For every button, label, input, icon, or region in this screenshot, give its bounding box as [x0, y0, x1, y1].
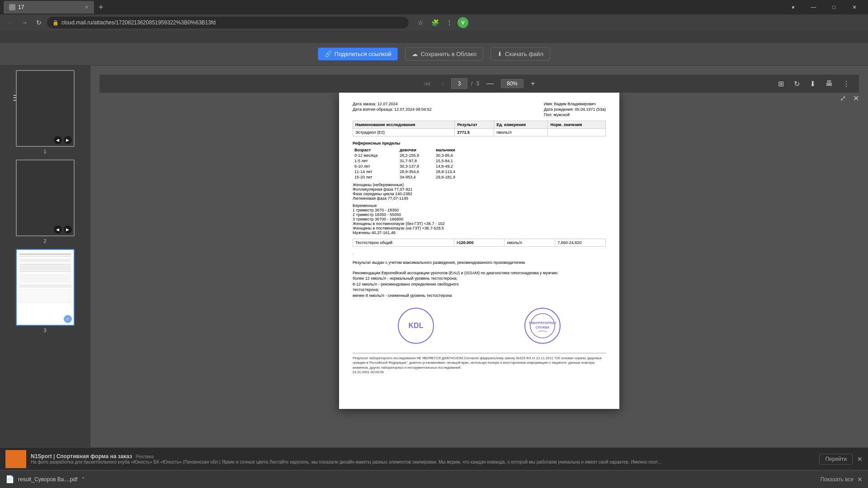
download-bar-close-btn[interactable]: ✕ [857, 476, 863, 483]
first-page-btn[interactable]: ⏮ [420, 78, 434, 89]
ref-row-15-20: 15-20 лет 34-953,4 29,6-181,9 [353, 174, 470, 180]
reference-section: Референсные пределы Возраст девочки маль… [353, 141, 606, 235]
rotate-btn[interactable]: ↻ [790, 78, 803, 90]
thumbnail-box-2: ◀ ▶ [16, 160, 75, 236]
results-table: Наименование исследования Результат Ед. … [353, 121, 606, 136]
thumb-next-2[interactable]: ▶ [64, 225, 72, 234]
testosterone-row: Тестостерон общий >120.000 нмоль/л 7,660… [353, 239, 606, 247]
follicular-phase: Фолликулярная фаза 77,07-921 [353, 187, 606, 192]
pdf-file-icon: 📄 [5, 475, 14, 483]
col-norm-header: Норм. значения [548, 121, 606, 129]
trimester2: 2 триместр 18350 - 55050 [353, 212, 606, 217]
page-ctrl-right: ⊞ ↻ ⬇ 🖶 ⋮ [774, 78, 854, 90]
save-to-cloud-btn[interactable]: ☁ Сохранить в Облако [405, 47, 483, 61]
page-controls: ⏮ ‹ / 3 — 80% + ⊞ ↻ ⬇ 🖶 ⋮ [99, 75, 859, 93]
testosterone-name: Тестостерон общий [353, 239, 454, 247]
sample-date-label: Дата взятия образца: [353, 107, 393, 112]
close-btn[interactable]: ✕ [844, 0, 864, 14]
pdf-content-area[interactable]: ⏮ ‹ / 3 — 80% + ⊞ ↻ ⬇ 🖶 ⋮ [90, 66, 868, 465]
signature-stamp: ЛАБОРАТОРНАЯ СЛУЖБА [524, 308, 561, 344]
name-value: Вадим Владимирович [554, 102, 595, 106]
dob-value: 05.04.1971 (53а) [575, 107, 606, 112]
extension-puzzle-btn[interactable]: 🧩 [429, 16, 441, 29]
kdl-stamp: KDL [398, 308, 434, 344]
cloud-icon: ☁ [412, 51, 418, 57]
share-link-btn[interactable]: 🔗 Поделиться ссылкой [318, 47, 398, 61]
svg-text:ЛАБОРАТОРНАЯ: ЛАБОРАТОРНАЯ [529, 321, 556, 325]
ref-row-11-14: 11-14 лет 28,9-354,6 28,8-113,4 [353, 169, 470, 174]
thumbnail-1[interactable]: ◀ ▶ 1 [5, 70, 85, 154]
address-bar[interactable]: 🔒 cloud.mail.ru/attaches/172082136208519… [47, 17, 409, 28]
pdf-page-3: Дата заказа: 12.07.2024 Дата взятия обра… [339, 93, 619, 409]
ad-go-btn[interactable]: Перейти [819, 454, 853, 465]
trimester1: 1 триместр 3670 - 18350 [353, 208, 606, 212]
download-filename: result_Сувоpов Ва....pdf [18, 476, 77, 483]
back-btn[interactable]: ← [4, 16, 16, 29]
thumbnail-num-2: 2 [43, 238, 46, 244]
maximize-btn[interactable]: □ [824, 0, 844, 14]
estradiol-name: Эстрадиол (E2) [353, 129, 455, 136]
ad-company: N1Sport | Спортивная форма на заказ [31, 453, 132, 460]
download-expand-arrow[interactable]: ⌃ [81, 476, 85, 483]
settings-btn[interactable]: ⋮ [443, 16, 456, 29]
thumbnails-panel: ◀ ▶ 1 ◀ ▶ 2 [0, 66, 90, 465]
print-btn[interactable]: 🖶 [822, 78, 836, 89]
page-input[interactable] [451, 78, 467, 89]
bookmark-star-btn[interactable]: ☆ [414, 16, 427, 29]
estradiol-norm [548, 129, 606, 136]
thumbnail-num-3: 3 [43, 328, 46, 333]
show-all-downloads-btn[interactable]: Показать все [821, 476, 854, 483]
fit-page-btn[interactable]: ⊞ [774, 78, 788, 90]
dob-label: Дата рождения: [544, 107, 574, 112]
ref-row-6-10: 6-10 лет 30,3-137,8 14,8-49,2 [353, 164, 470, 169]
expand-btn[interactable]: ⤢ [838, 92, 848, 104]
footer-disclaimer: Результат лабораторного исследования НЕ … [353, 353, 606, 375]
forward-btn[interactable]: → [18, 16, 31, 29]
thumb-check-3[interactable]: ✓ [64, 315, 72, 323]
ref-row-1-5: 1-5 лет 31,7-97,8 15,5-84,1 [353, 158, 470, 164]
testosterone-table: Тестостерон общий >120.000 нмоль/л 7,660… [353, 239, 606, 247]
viewer-area: ◀ ▶ 1 ◀ ▶ 2 [0, 66, 868, 465]
url-text: cloud.mail.ru/attaches/17208213620851959… [61, 19, 403, 26]
download-pdf-btn[interactable]: ⬇ [806, 78, 819, 90]
thumbnail-box-1: ◀ ▶ [16, 70, 75, 147]
postmenopause-no-hrt: Женщины в постменопаузе (без ГЗТ) <36.7 … [353, 221, 606, 226]
share-icon: 🔗 [325, 51, 332, 57]
thumbnail-3[interactable]: ✓ 3 [5, 249, 85, 333]
ref-row-0-12: 0-12 месяца 28,2-155,9 30,3-85,6 [353, 153, 470, 158]
prev-page-btn[interactable]: ‹ [438, 78, 448, 89]
zoom-in-btn[interactable]: + [527, 78, 538, 89]
reload-btn[interactable]: ↻ [33, 16, 45, 29]
download-bar: 📄 result_Сувоpов Ва....pdf ⌃ Показать вс… [0, 470, 868, 488]
download-file-btn[interactable]: ⬇ Скачать файл [491, 47, 550, 61]
reference-title: Референсные пределы [353, 141, 606, 145]
tab-close-btn[interactable]: ✕ [85, 5, 89, 10]
thumb-prev-1[interactable]: ◀ [54, 136, 62, 144]
ad-close-btn[interactable]: ✕ [857, 455, 863, 463]
new-tab-button[interactable]: + [96, 3, 106, 12]
name-label: Имя: [544, 102, 553, 106]
page-separator: / [471, 80, 472, 87]
minimize-btn[interactable]: — [803, 0, 824, 14]
thumbnail-num-1: 1 [43, 149, 46, 154]
estradiol-unit: пмоль/л [494, 129, 548, 136]
thumb-prev-2[interactable]: ◀ [54, 225, 62, 234]
more-options-btn[interactable]: ⋮ [839, 78, 854, 90]
thumb-next-1[interactable]: ▶ [64, 136, 72, 144]
gender-label: Пол: [544, 113, 552, 117]
toolbar-close-btn[interactable]: ✕ [851, 92, 861, 104]
pregnant-title: Беременные [353, 203, 606, 208]
thumbnail-2[interactable]: ◀ ▶ 2 [5, 160, 85, 244]
active-tab[interactable]: 17 ✕ [4, 1, 94, 14]
total-pages: 3 [476, 80, 479, 87]
testosterone-norm: 7,660-24,820 [555, 239, 606, 247]
profile-icon[interactable]: V [458, 17, 468, 28]
ref-header-boys: мальчики [434, 147, 470, 153]
zoom-out-btn[interactable]: — [483, 78, 497, 89]
thumbnail-box-3: ✓ [16, 249, 75, 326]
result-comment-2: Рекомендации Европейской ассоциации урол… [353, 270, 606, 299]
scroll-down-btn[interactable]: ▼ [783, 0, 803, 14]
zoom-display: 80% [501, 79, 524, 88]
order-date-value: 12.07.2024 [377, 102, 398, 106]
pdf-toolbar: ☰ 🔗 Поделиться ссылкой ☁ Сохранить в Обл… [0, 43, 868, 66]
